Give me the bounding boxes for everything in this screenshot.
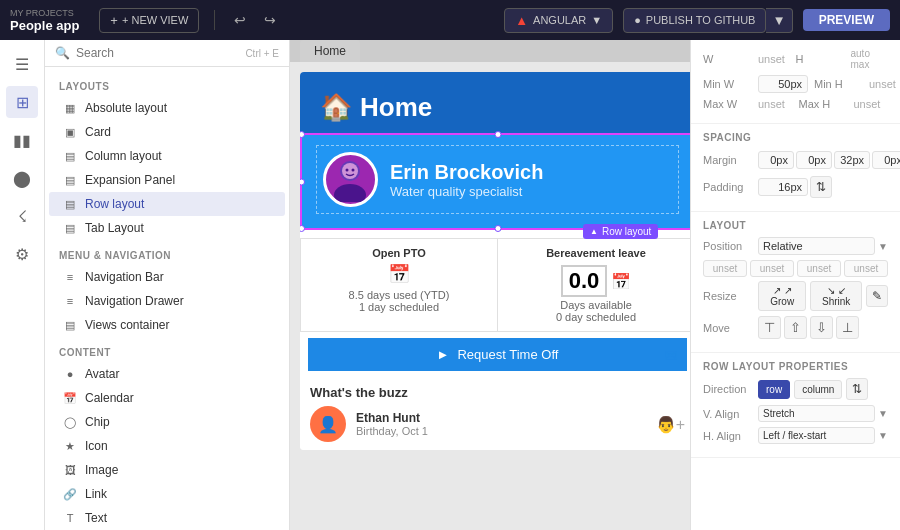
bereavement-sub: Days available (506, 299, 686, 311)
chip-icon: ◯ (63, 415, 77, 429)
canvas-tabs: Home (290, 40, 690, 62)
sidebar-icon-integrations[interactable]: ☇ (6, 200, 38, 232)
resize-edit-button[interactable]: ✎ (866, 285, 888, 307)
panel-item-column[interactable]: ▤ Column layout (49, 144, 285, 168)
margin-bottom-input[interactable] (834, 151, 870, 169)
angular-button[interactable]: ▲ ANGULAR ▼ (504, 8, 613, 33)
content-section-title: CONTENT (45, 337, 289, 362)
column-direction-button[interactable]: column (794, 380, 842, 399)
expansion-panel-label: Expansion Panel (85, 173, 175, 187)
profile-section: Erin Brockovich Water quality specialist (316, 145, 679, 214)
text-icon: T (63, 511, 77, 525)
home-tab[interactable]: Home (300, 40, 360, 62)
card-label: Card (85, 125, 111, 139)
valign-row: V. Align Stretch ▼ (703, 405, 888, 422)
project-label: MY PROJECTS (10, 8, 79, 18)
chevron-valign-icon: ▼ (878, 408, 888, 419)
move-down-button[interactable]: ⇩ (810, 316, 833, 339)
padding-sync-button[interactable]: ⇅ (810, 176, 832, 198)
shrink-icon: ↘ (827, 285, 835, 296)
panel-item-views[interactable]: ▤ Views container (49, 313, 285, 337)
min-w-input[interactable] (758, 75, 808, 93)
publish-group: ● PUBLISH TO GITHUB ▼ (623, 8, 792, 33)
buzz-item: 👤 Ethan Hunt Birthday, Oct 1 👨+ (310, 406, 685, 442)
move-bottom-button[interactable]: ⊥ (836, 316, 859, 339)
margin-left-input[interactable] (872, 151, 900, 169)
grow-icon: ↗ (773, 285, 781, 296)
valign-label: V. Align (703, 408, 758, 420)
profile-name: Erin Brockovich (390, 161, 543, 184)
topbar: MY PROJECTS People app + NEW VIEW ↩ ↪ ▲ … (0, 0, 900, 40)
position-select[interactable]: Relative (758, 237, 875, 255)
navdrawer-label: Navigation Drawer (85, 294, 184, 308)
direction-swap-button[interactable]: ⇅ (846, 378, 868, 400)
direction-buttons: row column ⇅ (758, 378, 868, 400)
image-icon: 🖼 (63, 463, 77, 477)
padding-input[interactable] (758, 178, 808, 196)
max-w-value: unset (758, 98, 793, 110)
margin-right-input[interactable] (796, 151, 832, 169)
panel-item-chip[interactable]: ◯ Chip (49, 410, 285, 434)
panel-item-link[interactable]: 🔗 Link (49, 482, 285, 506)
min-w-label: Min W (703, 78, 758, 90)
preview-frame[interactable]: 🏠 Home (300, 72, 690, 450)
redo-button[interactable]: ↪ (260, 8, 280, 32)
pto-section: Open PTO 📅 8.5 days used (YTD) 1 day sch… (300, 238, 690, 332)
panel-item-avatar[interactable]: ● Avatar (49, 362, 285, 386)
panel-item-text[interactable]: T Text (49, 506, 285, 530)
sidebar-icon-pages[interactable]: ☰ (6, 48, 38, 80)
bereavement-box: Bereavement leave 0.0 📅 Days available 0… (498, 238, 690, 332)
shrink-button[interactable]: ↘ ↙ Shrink (810, 281, 862, 311)
row-direction-button[interactable]: row (758, 380, 790, 399)
sidebar-icon-settings[interactable]: ⚙ (6, 238, 38, 270)
request-time-off-button[interactable]: ► Request Time Off (308, 338, 687, 371)
row-layout-content[interactable]: Erin Brockovich Water quality specialist (300, 133, 690, 230)
panel-item-calendar[interactable]: 📅 Calendar (49, 386, 285, 410)
row-layout-props-section: ROW LAYOUT PROPERTIES Direction row colu… (691, 353, 900, 458)
unset-cell-2: unset (797, 260, 841, 277)
canvas: Home ▲ Row layout 🏠 Hom (290, 40, 690, 530)
left-sidebar: ☰ ⊞ ▮▮ ⬤ ☇ ⚙ (0, 40, 45, 530)
move-up-button[interactable]: ⇧ (784, 316, 807, 339)
sidebar-icon-data[interactable]: ▮▮ (6, 124, 38, 156)
publish-arrow-button[interactable]: ▼ (766, 8, 792, 33)
tab-icon: ▤ (63, 221, 77, 235)
publish-button[interactable]: ● PUBLISH TO GITHUB (623, 8, 766, 33)
panel-item-icon[interactable]: ★ Icon (49, 434, 285, 458)
project-name: People app (10, 18, 79, 33)
halign-select[interactable]: Left / flex-start (758, 427, 875, 444)
undo-button[interactable]: ↩ (230, 8, 250, 32)
panel-item-row[interactable]: ▤ Row layout (49, 192, 285, 216)
chevron-halign-icon: ▼ (878, 430, 888, 441)
home-icon: 🏠 (320, 92, 352, 123)
halign-row: H. Align Left / flex-start ▼ (703, 427, 888, 444)
panel-item-tab[interactable]: ▤ Tab Layout (49, 216, 285, 240)
github-icon: ● (634, 14, 641, 26)
calendar-label: Calendar (85, 391, 134, 405)
minw-row: Min W Min H unset (703, 75, 888, 93)
margin-top-input[interactable] (758, 151, 794, 169)
h-label: H (796, 53, 851, 65)
panel-item-image[interactable]: 🖼 Image (49, 458, 285, 482)
views-icon: ▤ (63, 318, 77, 332)
sidebar-icon-components[interactable]: ⊞ (6, 86, 38, 118)
direction-row: Direction row column ⇅ (703, 378, 888, 400)
person-add-icon: 👨+ (656, 415, 685, 434)
panel-item-expansion[interactable]: ▤ Expansion Panel (49, 168, 285, 192)
panel-item-navbar[interactable]: ≡ Navigation Bar (49, 265, 285, 289)
panel-item-navdrawer[interactable]: ≡ Navigation Drawer (49, 289, 285, 313)
selection-handle-ml (300, 178, 305, 185)
search-bar: 🔍 Ctrl + E (45, 40, 289, 67)
panel-item-absolute[interactable]: ▦ Absolute layout (49, 96, 285, 120)
move-top-button[interactable]: ⊤ (758, 316, 781, 339)
sidebar-icon-theme[interactable]: ⬤ (6, 162, 38, 194)
properties-panel: W unset H auto max Min W Min H unset Max… (690, 40, 900, 530)
panel-item-card[interactable]: ▣ Card (49, 120, 285, 144)
min-h-label: Min H (814, 78, 869, 90)
search-input[interactable] (76, 46, 239, 60)
grow-button[interactable]: ↗ ↗ Grow (758, 281, 806, 311)
new-view-button[interactable]: + NEW VIEW (99, 8, 199, 33)
preview-button[interactable]: PREVIEW (803, 9, 890, 31)
padding-row: Padding ⇅ (703, 176, 888, 198)
valign-select[interactable]: Stretch (758, 405, 875, 422)
